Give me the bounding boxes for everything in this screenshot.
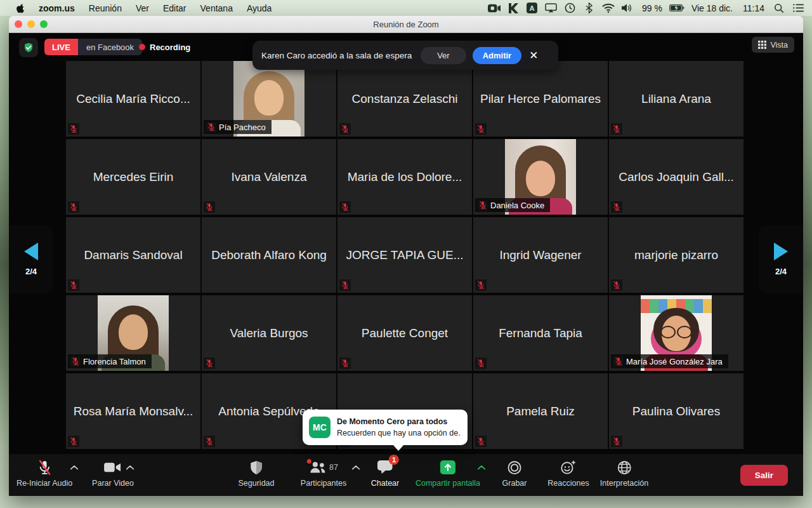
mic-muted-icon xyxy=(204,201,215,213)
zoom-window-button[interactable] xyxy=(40,20,48,28)
participant-tile[interactable]: Valeria Burgos xyxy=(202,295,336,371)
view-layout-button[interactable]: Vista xyxy=(752,37,794,53)
participant-tile[interactable]: Fernanda Tapia xyxy=(473,295,608,371)
participant-tile[interactable]: Ingrid Wagener xyxy=(473,217,608,293)
participant-name: Mercedes Eirin xyxy=(93,170,174,184)
volume-icon[interactable] xyxy=(620,0,635,16)
window-title-bar[interactable]: Reunión de Zoom xyxy=(9,16,803,33)
chat-button[interactable]: 1 Chatear xyxy=(371,459,399,488)
participants-options-caret[interactable] xyxy=(351,464,360,471)
participant-tile[interactable]: Paulette Conget xyxy=(337,295,472,371)
unmute-audio-label: Re-Iniciar Audio xyxy=(16,479,72,488)
close-window-button[interactable] xyxy=(15,20,22,28)
leave-meeting-button[interactable]: Salir xyxy=(740,465,788,486)
live-stream-pill[interactable]: LIVE en Facebook xyxy=(44,39,142,55)
participant-name: Paulina Olivares xyxy=(632,404,720,418)
page-indicator: 2/4 xyxy=(775,267,787,276)
stop-video-button[interactable]: Parar Video xyxy=(92,459,134,488)
menu-reunion[interactable]: Reunión xyxy=(82,0,129,16)
portrait-glasses-shape xyxy=(660,326,693,336)
macos-menu-bar: zoom.us Reunión Ver Editar Ventana Ayuda… xyxy=(0,0,812,16)
battery-icon xyxy=(669,0,684,16)
participant-tile[interactable]: marjorie pizarro xyxy=(609,217,743,293)
portrait-face-shape xyxy=(254,80,284,116)
waiting-room-notification: Karen Caro accedió a la sala de espera V… xyxy=(252,41,558,70)
k-app-status-icon[interactable] xyxy=(506,0,521,16)
spotlight-search-icon[interactable] xyxy=(771,0,787,16)
zoom-camera-status-icon[interactable] xyxy=(487,0,502,16)
participant-tile[interactable]: Damaris Sandoval xyxy=(66,217,200,293)
menubar-date[interactable]: Vie 18 dic. xyxy=(688,3,736,13)
wifi-icon[interactable] xyxy=(601,0,616,16)
portrait-face-shape xyxy=(119,314,148,350)
chat-unread-badge: 1 xyxy=(389,455,399,465)
participant-name: Carlos Joaquin Gall... xyxy=(619,170,734,184)
encryption-shield-icon[interactable] xyxy=(19,38,38,57)
mic-muted-icon xyxy=(613,357,623,366)
menubar-app-name[interactable]: zoom.us xyxy=(32,0,82,16)
apple-menu-icon[interactable] xyxy=(9,0,32,16)
mic-muted-icon xyxy=(475,123,487,135)
participant-name-label: Daniela Cooke xyxy=(475,198,550,212)
participant-tile[interactable]: Daniela Cooke xyxy=(473,139,608,215)
chat-popup-message: Recuerden que hay una opción de… xyxy=(337,429,461,438)
admit-button[interactable]: Admitir xyxy=(473,47,522,64)
participant-tile[interactable]: Florencia Talmon xyxy=(66,295,200,371)
chat-message-popup[interactable]: MC De Momento Cero para todos Recuerden … xyxy=(303,410,468,445)
participant-name: marjorie pizarro xyxy=(634,248,718,262)
airplay-display-icon[interactable] xyxy=(544,0,559,16)
menu-ver[interactable]: Ver xyxy=(129,0,156,16)
view-waiting-room-button[interactable]: Ver xyxy=(421,47,466,64)
a-app-status-icon[interactable]: A xyxy=(525,0,540,16)
portrait-face-shape xyxy=(526,161,555,196)
participant-tile[interactable]: Deborath Alfaro Kong xyxy=(202,217,336,293)
minimize-window-button[interactable] xyxy=(27,20,35,28)
bluetooth-icon[interactable] xyxy=(582,0,597,16)
next-page-button[interactable]: 2/4 xyxy=(759,225,803,293)
chat-label: Chatear xyxy=(371,479,399,488)
interpretation-button[interactable]: Interpretación xyxy=(600,459,648,488)
participant-tile[interactable]: Mercedes Eirin xyxy=(66,139,200,215)
participant-name: Damaris Sandoval xyxy=(84,248,182,262)
page-indicator: 2/4 xyxy=(25,267,37,276)
security-button[interactable]: Seguridad xyxy=(239,459,275,488)
participant-tile[interactable]: Carlos Joaquin Gall... xyxy=(609,139,743,215)
participant-tile[interactable]: María José González Jara xyxy=(609,295,743,371)
notification-center-icon[interactable] xyxy=(790,0,806,16)
menu-editar[interactable]: Editar xyxy=(156,0,193,16)
share-options-caret[interactable] xyxy=(477,464,486,471)
view-button-label: Vista xyxy=(770,41,788,50)
previous-page-button[interactable]: 2/4 xyxy=(9,225,53,293)
participants-button[interactable]: 87 Participantes xyxy=(301,459,346,488)
recording-indicator: Recording xyxy=(139,39,190,55)
participant-tile[interactable]: Pilar Herce Palomares xyxy=(473,61,608,137)
svg-text:A: A xyxy=(530,4,535,12)
time-machine-clock-icon[interactable] xyxy=(563,0,578,16)
record-button[interactable]: Grabar xyxy=(502,459,527,488)
menubar-time[interactable]: 11:14 xyxy=(740,3,768,13)
mic-muted-icon xyxy=(70,357,80,366)
close-notification-icon[interactable]: ✕ xyxy=(529,50,538,61)
participant-tile[interactable]: JORGE TAPIA GUE... xyxy=(337,217,472,293)
participant-tile[interactable]: Liliana Arana xyxy=(609,61,743,137)
participant-tile[interactable]: Ivana Valenza xyxy=(202,139,336,215)
mic-muted-icon xyxy=(206,123,216,132)
grid-view-icon xyxy=(758,41,766,49)
participant-tile[interactable]: Pamela Ruiz xyxy=(473,373,608,449)
participant-tile[interactable]: Maria de los Dolore... xyxy=(337,139,472,215)
video-options-caret[interactable] xyxy=(126,464,134,471)
share-screen-button[interactable]: Compartir pantalla xyxy=(416,459,480,488)
participant-tile[interactable]: Paulina Olivares xyxy=(609,373,743,449)
unmute-audio-button[interactable]: Re-Iniciar Audio xyxy=(16,459,72,488)
audio-options-caret[interactable] xyxy=(70,464,79,471)
reactions-button[interactable]: Reacciones xyxy=(547,459,589,488)
participant-tile[interactable]: Cecilia María Ricco... xyxy=(66,61,200,137)
participant-name: Paulette Conget xyxy=(362,326,448,340)
participant-tile[interactable]: Pía Pacheco xyxy=(202,61,336,137)
video-camera-icon xyxy=(104,459,121,476)
menu-ayuda[interactable]: Ayuda xyxy=(240,0,278,16)
participant-tile[interactable]: Rosa María Monsalv... xyxy=(66,373,200,449)
menu-ventana[interactable]: Ventana xyxy=(193,0,240,16)
mic-muted-icon xyxy=(204,436,215,447)
participant-tile[interactable]: Constanza Zelaschi xyxy=(337,61,472,137)
